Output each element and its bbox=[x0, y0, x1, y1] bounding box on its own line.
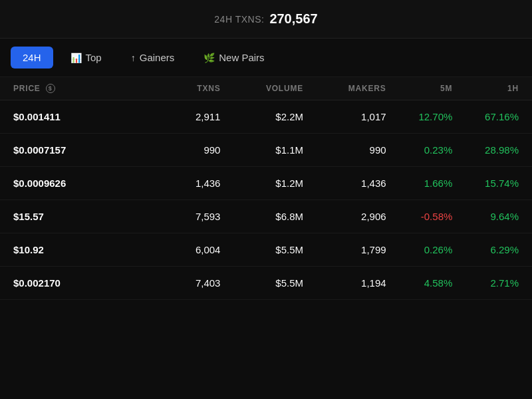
cell-makers-1: 990 bbox=[303, 144, 386, 156]
col-1h: 1H bbox=[452, 84, 519, 93]
dollar-icon: $ bbox=[46, 84, 55, 93]
top-icon: 📊 bbox=[70, 53, 82, 63]
cell-volume-2: $1.2M bbox=[220, 178, 303, 189]
cell-makers-3: 2,906 bbox=[303, 211, 386, 222]
cell-price-2: $0.0009626 bbox=[13, 178, 138, 189]
table-header: PRICE $ TXNS VOLUME MAKERS 5M 1H bbox=[0, 77, 532, 100]
tab-gainers-label: Gainers bbox=[140, 52, 175, 63]
cell-5m-2: 1.66% bbox=[386, 178, 453, 189]
cell-price-5: $0.002170 bbox=[13, 277, 138, 289]
table-row[interactable]: $10.92 6,004 $5.5M 1,799 0.26% 6.29% bbox=[0, 233, 532, 267]
cell-price-4: $10.92 bbox=[13, 244, 138, 255]
cell-txns-2: 1,436 bbox=[138, 178, 221, 189]
col-5m: 5M bbox=[386, 84, 453, 93]
cell-1h-2: 15.74% bbox=[452, 178, 519, 189]
cell-txns-1: 990 bbox=[138, 144, 221, 156]
table-row[interactable]: $15.57 7,593 $6.8M 2,906 -0.58% 9.64% bbox=[0, 200, 532, 233]
cell-5m-3: -0.58% bbox=[386, 211, 453, 222]
cell-1h-5: 2.71% bbox=[452, 277, 519, 289]
col-volume: VOLUME bbox=[220, 84, 303, 93]
table-row[interactable]: $0.0009626 1,436 $1.2M 1,436 1.66% 15.74… bbox=[0, 167, 532, 200]
cell-volume-0: $2.2M bbox=[220, 111, 303, 122]
cell-volume-4: $5.5M bbox=[220, 244, 303, 255]
top-bar: 24H TXNS: 270,567 bbox=[0, 0, 532, 39]
txns-label: 24H TXNS: bbox=[214, 14, 264, 25]
cell-volume-1: $1.1M bbox=[220, 144, 303, 156]
tab-24h[interactable]: 24H bbox=[11, 47, 53, 68]
cell-txns-3: 7,593 bbox=[138, 211, 221, 222]
cell-5m-4: 0.26% bbox=[386, 244, 453, 255]
col-txns: TXNS bbox=[138, 84, 221, 93]
table-row[interactable]: $0.002170 7,403 $5.5M 1,194 4.58% 2.71% bbox=[0, 267, 532, 300]
col-price: PRICE $ bbox=[13, 84, 138, 93]
cell-1h-3: 9.64% bbox=[452, 211, 519, 222]
table-row[interactable]: $0.001411 2,911 $2.2M 1,017 12.70% 67.16… bbox=[0, 100, 532, 134]
cell-txns-4: 6,004 bbox=[138, 244, 221, 255]
table-row[interactable]: $0.0007157 990 $1.1M 990 0.23% 28.98% bbox=[0, 134, 532, 167]
tab-new-pairs[interactable]: 🌿 New Pairs bbox=[192, 47, 276, 68]
cell-makers-2: 1,436 bbox=[303, 178, 386, 189]
cell-price-3: $15.57 bbox=[13, 211, 138, 222]
cell-volume-5: $5.5M bbox=[220, 277, 303, 289]
tab-top-label: Top bbox=[86, 52, 102, 63]
cell-makers-0: 1,017 bbox=[303, 111, 386, 122]
cell-5m-0: 12.70% bbox=[386, 111, 453, 122]
cell-1h-0: 67.16% bbox=[452, 111, 519, 122]
tab-bar: 24H 📊 Top ↑ Gainers 🌿 New Pairs bbox=[0, 39, 532, 77]
cell-txns-5: 7,403 bbox=[138, 277, 221, 289]
cell-1h-4: 6.29% bbox=[452, 244, 519, 255]
col-makers: MAKERS bbox=[303, 84, 386, 93]
tab-top[interactable]: 📊 Top bbox=[59, 47, 114, 68]
new-pairs-icon: 🌿 bbox=[203, 53, 215, 63]
tab-gainers[interactable]: ↑ Gainers bbox=[119, 47, 187, 68]
cell-5m-1: 0.23% bbox=[386, 144, 453, 156]
txns-value: 270,567 bbox=[269, 11, 317, 27]
table-body: $0.001411 2,911 $2.2M 1,017 12.70% 67.16… bbox=[0, 100, 532, 300]
cell-price-0: $0.001411 bbox=[13, 111, 138, 122]
cell-makers-4: 1,799 bbox=[303, 244, 386, 255]
cell-5m-5: 4.58% bbox=[386, 277, 453, 289]
cell-price-1: $0.0007157 bbox=[13, 144, 138, 156]
cell-volume-3: $6.8M bbox=[220, 211, 303, 222]
cell-1h-1: 28.98% bbox=[452, 144, 519, 156]
tab-24h-label: 24H bbox=[23, 52, 41, 63]
cell-txns-0: 2,911 bbox=[138, 111, 221, 122]
gainers-icon: ↑ bbox=[131, 53, 136, 63]
tab-new-pairs-label: New Pairs bbox=[219, 52, 264, 63]
cell-makers-5: 1,194 bbox=[303, 277, 386, 289]
